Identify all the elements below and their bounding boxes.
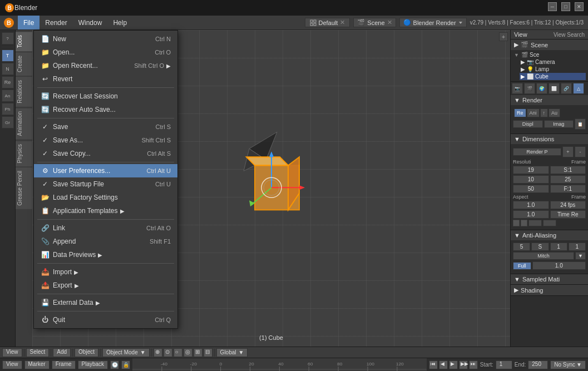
add-preset-icon[interactable]: + [562,146,574,157]
layout-close-icon[interactable]: ✕ [340,19,345,26]
nosync-selector[interactable]: No Sync ▼ [550,360,586,369]
frame-s-val[interactable]: S:1 [550,166,586,174]
scene-close-icon[interactable]: ✕ [387,19,392,26]
render-preset-val[interactable]: Render P [513,148,561,156]
aa-name-val[interactable]: Mitch [513,252,574,260]
start-val[interactable]: 1 [496,360,512,369]
sampled-header[interactable]: ▼ Sampled Mati [511,274,588,284]
dd-item-recover-auto-save[interactable]: 🔄Recover Auto Save... [34,103,177,116]
dd-item-new[interactable]: 📄NewCtrl N [34,32,177,46]
timeline-playback-btn[interactable]: Playback [78,360,108,369]
dd-item-application-templates[interactable]: 📋Application Templates▶ [34,204,177,217]
right-search-label[interactable]: View Search [554,32,585,38]
aa-val-1a[interactable]: 1 [550,243,567,251]
tool-icon-r[interactable]: Re [2,76,14,88]
object-button[interactable]: Object [75,348,98,357]
tab-tools[interactable]: Tools [16,31,32,51]
dd-item-save[interactable]: ✓SaveCtrl S [34,120,177,133]
render-extra-icon[interactable]: 📋 [575,118,586,130]
dd-item-save-copy[interactable]: ✓Save Copy...Ctrl Alt S [34,147,177,160]
view-button[interactable]: View [2,348,22,357]
dd-item-revert[interactable]: ↩Revert [34,72,177,86]
viewport-icon-4[interactable]: ◎ [184,348,192,357]
dd-item-save-startup-file[interactable]: ✓Save Startup FileCtrl U [34,177,177,191]
render-header[interactable]: ▼ Render [511,95,588,105]
prop-constraint-icon[interactable]: 🔗 [561,83,572,94]
dd-item-save-as[interactable]: ✓Save As...Shift Ctrl S [34,133,177,147]
maximize-button[interactable]: □ [561,2,570,11]
dd-item-import[interactable]: 📥Import▶ [34,265,177,279]
minimize-button[interactable]: ─ [548,2,557,11]
skip-end-btn[interactable]: ⏭ [469,360,478,369]
dd-item-external-data[interactable]: 💾External Data▶ [34,296,177,309]
next-frame-btn[interactable]: ▶▶ [459,360,468,369]
clock-icon[interactable]: 🕐 [110,360,119,369]
tab-relations[interactable]: Relations [16,76,32,107]
dd-item-open-recent[interactable]: 📁Open Recent...Shift Ctrl O▶ [34,59,177,72]
aspect-x-val[interactable]: 1.0 [513,201,549,209]
frame-cur-val[interactable]: F:1 [550,185,586,193]
tool-icon-t[interactable]: T [2,50,14,62]
help-menu-item[interactable]: Help [107,16,132,29]
aspect-y-val[interactable]: 1.0 [513,210,549,219]
scene-selector[interactable]: 🎬 Scene ✕ [353,18,396,27]
checkbox-2[interactable] [521,220,527,226]
aa-val-5[interactable]: 5 [513,243,530,251]
timeline-marker-btn[interactable]: Marker [24,360,50,369]
prev-frame-btn[interactable]: ◀ [439,360,448,369]
aa-val-1b[interactable]: 1 [569,243,586,251]
shading-header[interactable]: ▶ Shading [511,285,588,295]
scene-header[interactable]: ▶ 🎬 Scene [511,39,588,50]
render-tab-re[interactable]: Re [514,108,526,117]
dd-item-data-previews[interactable]: 📊Data Previews▶ [34,248,177,261]
aa-val-s[interactable]: S [531,243,549,251]
dd-item-user-preferences[interactable]: ⚙User Preferences...Ctrl Alt U [34,164,177,177]
prop-obj-icon[interactable]: ⬜ [549,83,560,94]
prop-render-icon[interactable]: 📷 [512,83,523,94]
timeline-view-btn[interactable]: View [2,360,22,369]
render-menu-item[interactable]: Render [39,16,72,29]
right-view-label[interactable]: View [514,31,527,38]
cube-object[interactable] [216,126,327,239]
dd-item-open[interactable]: 📁Open...Ctrl O [34,46,177,59]
prop-world-icon[interactable]: 🌍 [536,83,547,94]
viewport-icon-6[interactable]: ⊟ [204,348,213,357]
mode-selector[interactable]: Object Mode ▼ [102,348,150,357]
tool-icon-ph[interactable]: Ph [2,103,14,115]
window-menu-item[interactable]: Window [73,16,108,29]
viewport-icon-5[interactable]: ⊞ [194,348,202,357]
skip-start-btn[interactable]: ⏮ [429,360,438,369]
timeline-ruler[interactable]: -40 -20 0 20 40 60 80 100 120 [132,358,427,371]
tab-create[interactable]: Create [16,52,32,76]
dimensions-header[interactable]: ▼ Dimensions [511,134,588,144]
renderer-selector[interactable]: 🔵 Blender Render [399,18,467,27]
resol-y-val[interactable]: 10 [513,175,549,184]
add-button[interactable]: Add [53,348,71,357]
timeline-frame-btn[interactable]: Frame [52,360,76,369]
viewport-expand-button[interactable]: + [499,32,508,41]
viewport-icon-3[interactable]: ○ [174,348,182,357]
tool-icon-n[interactable]: N [2,63,14,75]
dd-item-export[interactable]: 📤Export▶ [34,279,177,292]
dd-item-recover-last-session[interactable]: 🔄Recover Last Session [34,90,177,103]
aa-header[interactable]: ▼ Anti-Aliasing [511,230,588,240]
timere-extra2[interactable] [543,220,556,226]
file-menu-item[interactable]: File [18,16,39,29]
global-selector[interactable]: Global ▼ [216,348,248,357]
resol-x-val[interactable]: 19 [513,166,549,174]
resol-pct-val[interactable]: 50 [513,185,549,193]
tab-animation[interactable]: Animation [16,107,32,139]
displ-val[interactable]: Displ [513,120,543,128]
select-button[interactable]: Select [26,348,50,357]
full-btn[interactable]: Full [513,262,531,270]
render-tab-ani[interactable]: Ani [527,108,540,117]
remove-preset-icon[interactable]: - [575,146,586,157]
aa-dropdown[interactable]: ▼ [575,252,586,260]
tool-icon-gp[interactable]: Gr [2,116,14,128]
dd-item-quit[interactable]: ⏻QuitCtrl Q [34,313,177,327]
imag-val[interactable]: Imag [544,120,574,128]
tool-icon-an[interactable]: An [2,90,14,102]
viewport-icon-1[interactable]: ⊕ [154,348,162,357]
layout-selector[interactable]: Default ✕ [305,18,350,27]
fps-val[interactable]: 24 fps [550,201,586,209]
